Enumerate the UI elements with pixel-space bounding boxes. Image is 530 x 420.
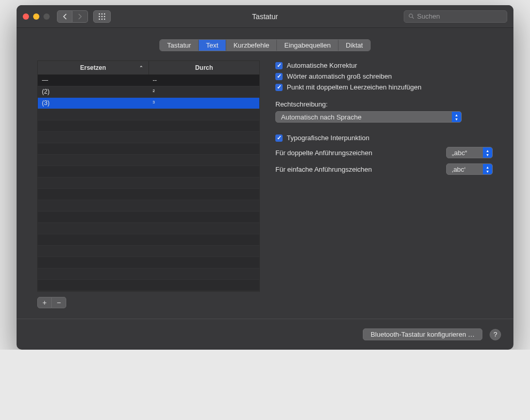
table-row-empty[interactable] <box>38 155 259 166</box>
table-row[interactable]: (3)³ <box>38 98 259 109</box>
table-row-empty[interactable] <box>38 212 259 223</box>
bottom-bar: Bluetooth-Tastatur konfigurieren … ? <box>17 319 513 350</box>
add-row-button[interactable]: + <box>37 297 52 308</box>
popup-stepper-icon: ▲▼ <box>452 112 461 122</box>
double-quotes-value: „abc“ <box>452 149 467 157</box>
table-row-empty[interactable] <box>38 234 259 246</box>
table-row-empty[interactable] <box>38 246 259 257</box>
tab-diktat[interactable]: Diktat <box>338 40 370 51</box>
single-quotes-popup[interactable]: ‚abc‘ ▲▼ <box>446 163 493 175</box>
bluetooth-keyboard-button[interactable]: Bluetooth-Tastatur konfigurieren … <box>363 328 482 340</box>
table-row-empty[interactable] <box>38 109 259 121</box>
replacements-panel: Ersetzen ⌃ Durch —--(2)²(3)³ + − <box>37 61 260 308</box>
column-with-label: Durch <box>195 64 213 71</box>
table-row-empty[interactable] <box>38 177 259 189</box>
back-button[interactable] <box>57 10 72 23</box>
double-quotes-popup[interactable]: „abc“ ▲▼ <box>446 147 493 158</box>
svg-point-1 <box>101 13 103 14</box>
sort-indicator-icon: ⌃ <box>139 65 143 70</box>
auto-capitalize-label: Wörter automatisch groß schreiben <box>287 72 392 80</box>
table-row[interactable]: —-- <box>38 75 259 86</box>
svg-point-8 <box>104 18 106 20</box>
auto-capitalize-checkbox[interactable]: ✓ <box>275 73 283 80</box>
popup-stepper-icon: ▲▼ <box>483 164 492 174</box>
content: Ersetzen ⌃ Durch —--(2)²(3)³ + − ✓ Autom… <box>17 61 513 319</box>
options-panel: ✓ Automatische Korrektur ✓ Wörter automa… <box>275 61 493 308</box>
nav-buttons <box>57 10 88 23</box>
cell-with: ² <box>149 86 259 97</box>
column-replace[interactable]: Ersetzen ⌃ <box>38 61 149 74</box>
auto-correct-checkbox[interactable]: ✓ <box>275 62 283 69</box>
cell-with: -- <box>149 75 259 86</box>
preferences-window: Tastatur TastaturTextKurzbefehleEingabeq… <box>17 5 513 350</box>
table-row-empty[interactable] <box>38 223 259 234</box>
zoom-window-button[interactable] <box>43 13 50 20</box>
auto-correct-label: Automatische Korrektur <box>287 62 357 69</box>
table-footer: + − <box>37 297 260 308</box>
double-space-period-row: ✓ Punkt mit doppeltem Leerzeichen hinzuf… <box>275 83 493 91</box>
smart-quotes-row: ✓ Typografische Interpunktion <box>275 134 493 142</box>
double-space-period-checkbox[interactable]: ✓ <box>275 84 283 91</box>
spelling-label: Rechtschreibung: <box>275 100 493 108</box>
double-space-period-label: Punkt mit doppeltem Leerzeichen hinzufüg… <box>287 83 421 91</box>
show-all-button[interactable] <box>93 10 111 23</box>
single-quotes-row: Für einfache Anführungszeichen ‚abc‘ ▲▼ <box>275 163 493 175</box>
table-header: Ersetzen ⌃ Durch <box>38 61 259 75</box>
smart-quotes-checkbox[interactable]: ✓ <box>275 134 283 142</box>
popup-stepper-icon: ▲▼ <box>483 147 492 158</box>
svg-point-0 <box>99 13 100 14</box>
tab-kurzbefehle[interactable]: Kurzbefehle <box>226 40 277 51</box>
table-row-empty[interactable] <box>38 200 259 212</box>
table-row-empty[interactable] <box>38 280 259 291</box>
table-row-empty[interactable] <box>38 132 259 143</box>
table-row[interactable]: (2)² <box>38 86 259 98</box>
table-row-empty[interactable] <box>38 189 259 200</box>
single-quotes-label: Für einfache Anführungszeichen <box>275 166 441 173</box>
search-field[interactable] <box>404 10 507 23</box>
table-row-empty[interactable] <box>38 257 259 268</box>
tab-eingabequellen[interactable]: Eingabequellen <box>277 40 338 51</box>
svg-point-4 <box>101 16 103 17</box>
close-window-button[interactable] <box>23 13 29 20</box>
cell-with: ³ <box>149 98 259 109</box>
auto-correct-row: ✓ Automatische Korrektur <box>275 62 493 69</box>
column-replace-label: Ersetzen <box>80 64 106 71</box>
smart-quotes-label: Typografische Interpunktion <box>287 134 370 142</box>
replacements-table[interactable]: Ersetzen ⌃ Durch —--(2)²(3)³ <box>37 61 260 292</box>
double-quotes-row: Für doppelte Anführungszeichen „abc“ ▲▼ <box>275 147 493 158</box>
cell-replace: — <box>38 75 149 86</box>
minimize-window-button[interactable] <box>33 13 39 20</box>
spelling-popup[interactable]: Automatisch nach Sprache ▲▼ <box>275 111 462 123</box>
tab-control: TastaturTextKurzbefehleEingabequellenDik… <box>159 39 371 51</box>
table-body: —--(2)²(3)³ <box>38 75 259 291</box>
svg-point-9 <box>409 14 413 18</box>
auto-capitalize-row: ✓ Wörter automatisch groß schreiben <box>275 72 493 80</box>
svg-point-6 <box>99 18 100 20</box>
svg-point-7 <box>101 18 103 20</box>
single-quotes-value: ‚abc‘ <box>452 166 466 173</box>
table-row-empty[interactable] <box>38 143 259 155</box>
remove-row-button[interactable]: − <box>52 297 66 308</box>
tab-text[interactable]: Text <box>199 40 226 51</box>
svg-point-2 <box>104 13 106 14</box>
double-quotes-label: Für doppelte Anführungszeichen <box>275 149 441 157</box>
search-input[interactable] <box>417 12 503 20</box>
tab-tastatur[interactable]: Tastatur <box>160 40 199 51</box>
window-title: Tastatur <box>252 12 278 21</box>
forward-button[interactable] <box>72 10 88 23</box>
svg-point-3 <box>99 16 100 17</box>
spelling-value: Automatisch nach Sprache <box>281 113 361 121</box>
titlebar: Tastatur <box>17 5 513 28</box>
help-button[interactable]: ? <box>490 329 501 340</box>
table-row-empty[interactable] <box>38 166 259 177</box>
cell-replace: (3) <box>38 98 149 109</box>
traffic-lights <box>23 13 50 20</box>
table-row-empty[interactable] <box>38 268 259 280</box>
tabs: TastaturTextKurzbefehleEingabequellenDik… <box>17 28 513 61</box>
cell-replace: (2) <box>38 86 149 97</box>
table-row-empty[interactable] <box>38 121 259 132</box>
column-with[interactable]: Durch <box>149 61 260 74</box>
svg-line-10 <box>412 17 414 19</box>
svg-point-5 <box>104 16 106 17</box>
